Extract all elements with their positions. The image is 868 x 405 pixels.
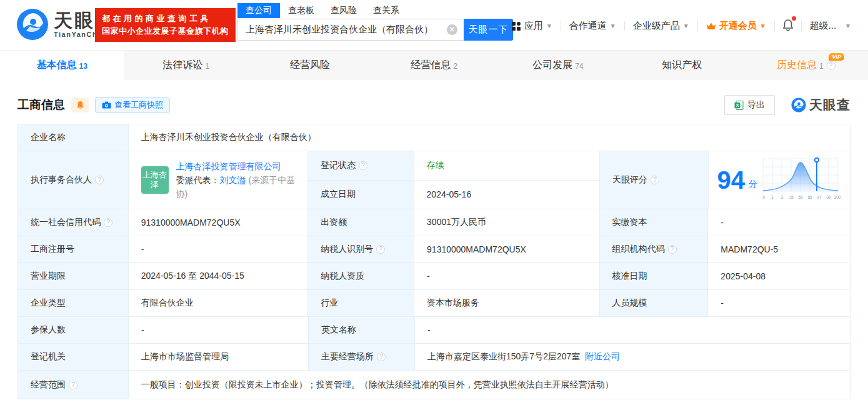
axis-tick: 100 (834, 195, 841, 199)
search-tab-risk[interactable]: 查风险 (322, 3, 365, 18)
table-row: 工商注册号 - 纳税人识别号? 91310000MADM72QU5X 组织机构代… (18, 236, 850, 263)
insured-count-label: 参保人数 (18, 317, 129, 343)
nav-apps[interactable]: 应用 ▼ (504, 20, 561, 32)
help-icon[interactable]: ? (651, 176, 659, 184)
nav-enterprise-label: 企业级产品 (633, 20, 680, 32)
unified-code-value: 91310000MADM72QU5X (129, 209, 309, 236)
score-value[interactable]: 94 分 (709, 151, 850, 209)
search-tab-relation[interactable]: 查关系 (365, 3, 407, 18)
help-icon[interactable]: ? (104, 218, 112, 227)
taxpayer-id-label: 纳税人识别号? (308, 236, 414, 262)
score-label: 天眼评分 ? (600, 151, 709, 209)
tab-basic-info[interactable]: 基本信息 13 (0, 51, 124, 80)
help-icon[interactable]: ? (668, 245, 677, 254)
staff-size-label: 人员规模 (600, 290, 709, 316)
search-tab-boss[interactable]: 查老板 (280, 3, 322, 18)
axis-tick: 50 (798, 195, 803, 199)
search-input[interactable] (237, 19, 464, 41)
taxpayer-id-value: 91310000MADM72QU5X (414, 236, 600, 262)
approval-date-value: 2025-04-08 (708, 263, 850, 289)
axis-tick: 99 (826, 195, 831, 199)
tab-label: 基本信息 (37, 59, 77, 72)
business-place-value: 上海市嘉定区泰业街150弄7号2层207室 附近公司 (415, 344, 849, 370)
org-code-value: MADM72QU-5 (708, 236, 850, 262)
table-row: 统一社会信用代码? 91310000MADM72QU5X 出资额 30001万人… (18, 209, 850, 236)
reg-status-value: 存续 (414, 151, 599, 180)
top-nav: 应用 ▼ 合作通道 ▼ 企业级产品 ▼ 开通会员 ▼ (504, 19, 859, 33)
tab-label: 公司发展 (532, 59, 572, 72)
tab-legal[interactable]: 法律诉讼 1 (124, 51, 247, 80)
snapshot-button-label: 查看工商快照 (114, 99, 163, 111)
help-icon[interactable]: ? (95, 176, 104, 184)
promo-banner: 都在用的商业查询工具 国家中小企业发展子基金旗下机构 (95, 8, 236, 42)
nav-account-label: 超级... (810, 20, 837, 32)
tianyancha-logo-icon (791, 98, 806, 112)
table-row: 登记机关 上海市市场监督管理局 主要经营场所? 上海市嘉定区泰业街150弄7号2… (18, 344, 850, 371)
partner-company-link[interactable]: 上海杏泽投资管理有限公司 (176, 161, 281, 171)
svg-text:X: X (736, 102, 739, 108)
section-header: 工商信息 查看工商快照 X 导出 (17, 95, 851, 115)
help-icon[interactable]: ? (827, 61, 836, 70)
nearby-companies-link[interactable]: 附近公司 (585, 351, 620, 362)
english-name-value: - (415, 317, 849, 343)
contribution-label: 出资额 (308, 209, 414, 236)
axis-tick: 97 (817, 195, 822, 199)
export-button[interactable]: X 导出 (724, 95, 775, 115)
nav-vip[interactable]: 开通会员 ▼ (698, 20, 774, 32)
monitor-bell-button[interactable] (71, 98, 89, 112)
tab-history-info[interactable]: 历史信息 1 ? VIP (744, 51, 868, 80)
business-scope-value: 一般项目：创业投资（限投资未上市企业）；投资管理。（除依法须经批准的项目外，凭营… (129, 371, 850, 399)
english-name-label: 英文名称 (309, 317, 415, 343)
notifications-bell[interactable] (775, 19, 801, 33)
watermark-label: 天眼查 (809, 96, 851, 114)
nav-partner[interactable]: 合作通道 ▼ (561, 20, 624, 32)
score-distribution-chart: 0 1 3 15 50 85 97 99 100 (761, 155, 841, 205)
axis-tick: 15 (789, 195, 794, 199)
tab-intellectual-property[interactable]: 知识产权 (620, 51, 744, 80)
help-icon[interactable]: ? (376, 245, 385, 254)
tab-count: 13 (79, 62, 87, 71)
tab-count: 2 (453, 62, 457, 71)
excel-icon: X (734, 101, 744, 110)
chevron-down-icon: ▼ (546, 22, 552, 29)
approval-date-label: 核准日期 (600, 263, 709, 289)
exec-partner-label: 执行事务合伙人 ? (18, 151, 129, 209)
rep-name-link[interactable]: 刘文溢 (220, 175, 246, 185)
staff-size-value: - (708, 290, 850, 316)
tab-count: 74 (575, 62, 583, 71)
axis-tick: 85 (807, 195, 812, 199)
tab-company-development[interactable]: 公司发展 74 (496, 51, 620, 80)
contribution-value: 30001万人民币 (414, 209, 600, 236)
chevron-down-icon: ▼ (683, 22, 689, 29)
tab-count: 1 (819, 62, 824, 71)
table-row: 企业类型 有限合伙企业 行业 资本市场服务 人员规模 - (18, 290, 850, 317)
vip-badge: VIP (829, 53, 844, 61)
view-snapshot-button[interactable]: 查看工商快照 (95, 97, 170, 113)
tianyancha-logo-icon (16, 8, 49, 41)
partner-avatar[interactable]: 上海杏泽 (141, 166, 169, 194)
table-row: 营业期限 2024-05-16 至 2044-05-15 纳税人资质 - 核准日… (18, 263, 850, 290)
help-icon[interactable]: ? (69, 381, 77, 389)
nav-account[interactable]: 超级... ▼ (802, 20, 859, 32)
page-tabs: 基本信息 13 法律诉讼 1 经营风险 经营信息 2 公司发展 74 知识产权 … (0, 50, 868, 80)
reg-number-value: - (129, 236, 309, 262)
clear-search-icon[interactable]: ✕ (447, 24, 457, 35)
company-type-label: 企业类型 (18, 290, 129, 316)
apps-grid-icon (512, 22, 521, 31)
tab-operating-info[interactable]: 经营信息 2 (372, 51, 496, 80)
help-icon[interactable]: ? (377, 352, 386, 361)
bell-icon (782, 19, 794, 31)
industry-label: 行业 (308, 290, 414, 316)
org-code-label: 组织机构代码? (600, 236, 709, 262)
help-icon[interactable]: ? (359, 161, 367, 170)
chevron-down-icon: ▼ (610, 22, 616, 29)
business-term-label: 营业期限 (18, 263, 129, 289)
insured-count-value: - (129, 317, 309, 343)
watermark-logo: 天眼查 (791, 96, 851, 114)
nav-enterprise[interactable]: 企业级产品 ▼ (625, 20, 697, 32)
tab-operating-risk[interactable]: 经营风险 (248, 51, 372, 80)
crown-icon (706, 22, 716, 30)
search-tab-company[interactable]: 查公司 (237, 3, 280, 18)
paid-capital-value: - (708, 209, 850, 236)
taxpayer-quality-value: - (414, 263, 600, 289)
